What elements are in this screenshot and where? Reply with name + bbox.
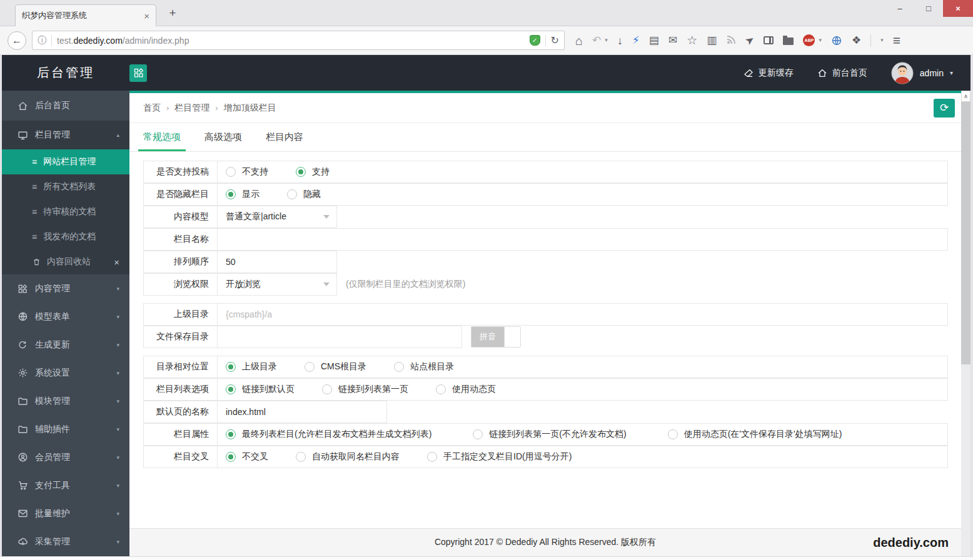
radio-selected-icon[interactable] (226, 362, 236, 372)
radio-option-no-cross[interactable]: 不交叉 (226, 451, 268, 462)
sidebar-item-content-mgmt[interactable]: 内容管理 ▾ (2, 274, 129, 302)
sidebar-item-my-docs[interactable]: ≡ 我发布的文档 (2, 224, 129, 249)
radio-option-link-default[interactable]: 链接到默认页 (226, 384, 295, 395)
radio-icon[interactable] (394, 362, 404, 372)
sidebar-item-aux-plugins[interactable]: 辅助插件 ▾ (2, 415, 129, 443)
radio-option-attr-first-page[interactable]: 链接到列表第一页(不允许发布文档) (473, 429, 626, 440)
undo-icon[interactable]: ↶ (592, 35, 601, 46)
radio-option-auto-cross[interactable]: 自动获取同名栏目内容 (296, 451, 400, 462)
sidebar-panel-icon[interactable] (764, 36, 774, 44)
url-text[interactable]: test.dedediy.com/admin/index.php (57, 36, 525, 46)
radio-selected-icon[interactable] (226, 452, 236, 462)
url-bar[interactable]: ⓘ test.dedediy.com/admin/index.php ✓ ↻ (32, 31, 565, 50)
sidebar-item-home[interactable]: 后台首页 (2, 91, 129, 121)
folder-icon[interactable] (783, 36, 794, 45)
toggle-knob[interactable] (504, 327, 520, 347)
radio-option-support[interactable]: 支持 (296, 166, 330, 178)
radio-selected-icon[interactable] (226, 429, 236, 439)
breadcrumb-column-mgmt[interactable]: 栏目管理 (174, 102, 209, 114)
save-dir-input[interactable] (218, 326, 461, 348)
front-home-button[interactable]: 前台首页 (817, 68, 867, 79)
sidebar-item-column-mgmt[interactable]: 栏目管理 ▴ (2, 121, 129, 149)
radio-option-dynamic-page[interactable]: 使用动态页 (436, 384, 496, 395)
bookmark-star-icon[interactable]: ☆ (687, 34, 697, 46)
rss-icon[interactable] (726, 36, 736, 45)
radio-icon[interactable] (296, 452, 306, 462)
mail-icon[interactable]: ✉ (668, 35, 677, 46)
radio-selected-icon[interactable] (226, 189, 236, 199)
send-icon[interactable]: ➤ (744, 33, 757, 47)
minimize-button[interactable]: – (885, 0, 914, 17)
radio-icon[interactable] (226, 167, 236, 177)
pinyin-toggle[interactable]: 拼音 (471, 326, 521, 348)
radio-icon[interactable] (322, 384, 332, 394)
update-cache-button[interactable]: 更新缓存 (744, 68, 794, 79)
radio-option-parent-dir[interactable]: 上级目录 (226, 361, 277, 372)
default-page-input[interactable] (218, 401, 386, 422)
maximize-button[interactable]: □ (914, 0, 943, 17)
sidebar-item-all-docs[interactable]: ≡ 所有文档列表 (2, 174, 129, 199)
sidebar-item-system-settings[interactable]: 系统设置 ▾ (2, 359, 129, 387)
sidebar-item-generate-update[interactable]: 生成更新 ▾ (2, 331, 129, 359)
radio-option-hide[interactable]: 隐藏 (287, 189, 321, 200)
download-icon[interactable]: ↓ (617, 35, 623, 46)
radio-selected-icon[interactable] (226, 384, 236, 394)
radio-option-show[interactable]: 显示 (226, 189, 260, 200)
radio-option-site-root[interactable]: 站点根目录 (394, 361, 454, 372)
app-grid-button[interactable] (129, 64, 147, 82)
sidebar-item-model-forms[interactable]: 模型表单 ▾ (2, 302, 129, 331)
tab-close-icon[interactable]: × (144, 11, 149, 21)
sidebar-item-module-mgmt[interactable]: 模块管理 ▾ (2, 387, 129, 415)
browser-tab[interactable]: 织梦内容管理系统 × (15, 4, 156, 26)
sort-order-input[interactable] (218, 251, 336, 272)
clipboard-icon[interactable]: ▥ (707, 35, 717, 46)
radio-icon[interactable] (473, 429, 483, 439)
back-button[interactable]: ← (8, 31, 26, 50)
adblock-icon[interactable]: ABP (803, 34, 815, 46)
reader-icon[interactable]: ▤ (649, 35, 659, 46)
radio-selected-icon[interactable] (296, 167, 306, 177)
tab-column-content[interactable]: 栏目内容 (266, 123, 303, 151)
column-name-input[interactable] (218, 229, 947, 250)
radio-icon[interactable] (668, 429, 678, 439)
security-shield-icon[interactable]: ✓ (530, 35, 540, 46)
radio-icon[interactable] (427, 452, 437, 462)
radio-icon[interactable] (305, 362, 315, 372)
user-menu[interactable]: admin ▾ (891, 62, 953, 84)
tab-general-options[interactable]: 常规选项 (143, 123, 181, 151)
undo-dropdown-icon[interactable]: ▾ (605, 38, 608, 43)
sidebar-item-recycle-bin[interactable]: 内容回收站 × (2, 249, 129, 274)
overflow-dropdown-icon[interactable]: ▾ (880, 38, 884, 43)
adblock-dropdown-icon[interactable]: ▾ (819, 38, 822, 43)
plugin-icon[interactable]: ❖ (852, 35, 861, 46)
reload-icon[interactable]: ↻ (551, 34, 559, 46)
radio-option-final-list[interactable]: 最终列表栏目(允许栏目发布文档并生成文档列表) (226, 429, 431, 440)
radio-icon[interactable] (436, 384, 446, 394)
site-info-icon[interactable]: ⓘ (38, 35, 46, 46)
close-icon[interactable]: × (114, 257, 119, 268)
radio-option-cms-root[interactable]: CMS根目录 (305, 361, 366, 372)
radio-option-no-support[interactable]: 不支持 (226, 166, 268, 178)
new-tab-button[interactable]: + (164, 6, 181, 20)
scrollbar-up-arrow[interactable]: ∧ (961, 91, 970, 102)
content-model-select[interactable]: 普通文章|article (218, 206, 336, 228)
parent-dir-input[interactable] (218, 304, 947, 325)
sidebar-item-member-mgmt[interactable]: 会员管理 ▾ (2, 443, 129, 471)
home-icon[interactable]: ⌂ (575, 34, 583, 47)
radio-option-link-first-page[interactable]: 链接到列表第一页 (322, 384, 408, 395)
radio-option-manual-cross[interactable]: 手工指定交叉栏目ID(用逗号分开) (427, 451, 572, 462)
thunder-icon[interactable]: ⚡ (632, 35, 640, 46)
sidebar-item-pending-docs[interactable]: ≡ 待审核的文档 (2, 199, 129, 224)
view-permission-select[interactable]: 开放浏览 (218, 274, 336, 295)
radio-option-attr-dynamic[interactable]: 使用动态页(在'文件保存目录'处填写网址) (668, 429, 842, 440)
menu-hamburger-icon[interactable]: ≡ (893, 33, 900, 48)
close-window-button[interactable]: × (943, 0, 973, 17)
refresh-button[interactable]: ⟳ (934, 99, 955, 118)
sidebar-item-collection-mgmt[interactable]: 采集管理 ▾ (2, 528, 129, 556)
tab-advanced-options[interactable]: 高级选项 (204, 123, 242, 151)
sidebar-item-site-columns[interactable]: ≡ 网站栏目管理 (2, 149, 129, 174)
scrollbar-thumb[interactable] (961, 102, 970, 364)
breadcrumb-home[interactable]: 首页 (143, 102, 161, 114)
radio-icon[interactable] (287, 189, 297, 199)
sidebar-item-batch-maintenance[interactable]: 批量维护 ▾ (2, 499, 129, 528)
